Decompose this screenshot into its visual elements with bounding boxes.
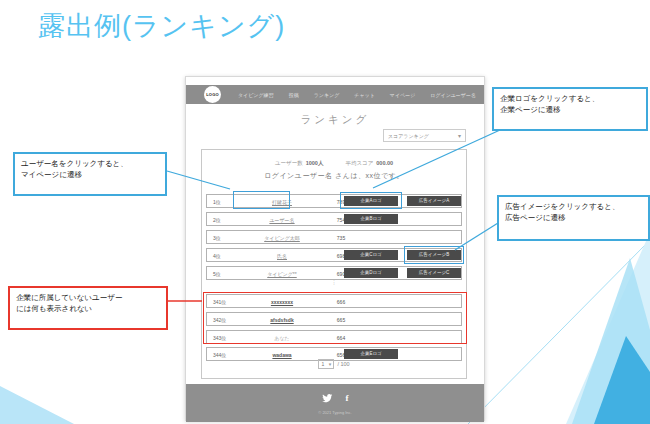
table-row: 343位 あなた 664 (206, 330, 462, 344)
company-logo-button[interactable]: 企業Cロゴ (344, 250, 398, 260)
nav-item-posts[interactable]: 投稿 (289, 92, 299, 98)
nav-item-ranking[interactable]: ランキング (314, 92, 340, 98)
twitter-icon[interactable] (322, 394, 333, 403)
callout-username: ユーザー名をクリックすると、 マイページに遷移 (13, 152, 167, 196)
username-link[interactable]: afsdsfsdk (242, 317, 322, 323)
rank-cell: 342位 (213, 317, 226, 323)
username-link[interactable]: タイピング太郎 (242, 235, 322, 241)
site-logo[interactable]: LOGO (204, 86, 221, 103)
ranking-stats: ユーザー数1000人平均スコア000.00 (202, 160, 466, 167)
main-nav: タイピング練習 投稿 ランキング チャット マイページ ログインユーザー名 (238, 85, 476, 104)
users-label: ユーザー数 (275, 160, 303, 166)
rank-cell: 3位 (213, 235, 221, 241)
rows-ellipsis: ⋮ (202, 279, 466, 285)
users-value: 1000人 (306, 160, 324, 166)
diagonal-line (468, 240, 650, 424)
callout-company-logo: 企業ロゴをクリックすると、 企業ページに遷移 (492, 87, 648, 131)
ranking-type-value: スコアランキング (388, 133, 429, 139)
social-links: f (186, 393, 484, 403)
company-logo-button[interactable]: 企業Aロゴ (344, 196, 398, 206)
light-triangle (572, 258, 650, 424)
ad-image-button[interactable]: 広告イメージB (407, 250, 461, 260)
facebook-icon[interactable]: f (346, 393, 349, 403)
ranking-page-mockup: LOGO タイピング練習 投稿 ランキング チャット マイページ ログインユーザ… (185, 76, 485, 421)
table-row: 4位 氏名 698 企業Cロゴ 広告イメージB (206, 248, 462, 262)
pale-triangle (566, 232, 650, 424)
table-row: 341位 xxxxxxxx 666 (206, 294, 462, 308)
nav-item-login-user[interactable]: ログインユーザー名 (430, 92, 476, 98)
pagination: 1 ▾ / 100 (202, 359, 466, 369)
username-link[interactable]: 氏名 (242, 253, 322, 259)
score-cell: 735 (323, 235, 359, 241)
table-row: 342位 afsdsfsdk 665 (206, 312, 462, 326)
copyright-text: © 2021 Typing Inc. (186, 410, 484, 415)
chevron-down-icon: ▾ (458, 132, 461, 139)
username-link[interactable]: wadawa (242, 352, 322, 358)
rank-cell: 4位 (213, 253, 221, 259)
page-title: ランキング (186, 113, 484, 127)
username-link[interactable]: 打鍵花子 (242, 199, 322, 205)
nav-item-typing-practice[interactable]: タイピング練習 (238, 92, 274, 98)
score-cell: 664 (323, 335, 359, 341)
username-link[interactable]: xxxxxxxx (242, 299, 322, 305)
company-logo-button[interactable]: 企業Dロゴ (344, 268, 398, 278)
username-you: あなた (242, 335, 322, 341)
callout-no-company: 企業に所属していないユーザー には何も表示されない (8, 286, 168, 330)
username-link[interactable]: ユーザー名 (242, 217, 322, 223)
slide-title: 露出例(ランキング) (38, 8, 285, 44)
rank-cell: 343位 (213, 335, 226, 341)
rank-cell: 2位 (213, 217, 221, 223)
score-cell: 666 (323, 299, 359, 305)
nav-item-chat[interactable]: チャット (354, 92, 374, 98)
page-total: / 100 (337, 361, 349, 367)
company-logo-button[interactable]: 企業Bロゴ (344, 214, 398, 224)
rank-cell: 344位 (213, 352, 226, 358)
page-number: 1 (321, 361, 324, 367)
nav-item-mypage[interactable]: マイページ (390, 92, 415, 98)
chevron-down-icon: ▾ (329, 361, 332, 367)
avg-score-label: 平均スコア (345, 160, 373, 166)
ad-image-button[interactable]: 広告イメージC (407, 268, 461, 278)
rank-cell: 5位 (213, 271, 221, 277)
rank-cell: 1位 (213, 199, 221, 205)
table-row: 5位 タイピング** 690 企業Dロゴ 広告イメージC (206, 266, 462, 280)
ranking-panel: ユーザー数1000人平均スコア000.00 ログインユーザー名 さんは、xx位で… (201, 149, 467, 379)
callout-ad-image: 広告イメージをクリックすると、 広告ページに遷移 (497, 195, 650, 241)
company-logo-button[interactable]: 企業Eロゴ (344, 349, 398, 359)
table-row: 1位 打鍵花子 789 企業Aロゴ 広告イメージA (206, 194, 462, 208)
dark-triangle (594, 336, 650, 424)
table-row: 3位 タイピング太郎 735 (206, 230, 462, 244)
username-link[interactable]: タイピング** (242, 271, 322, 277)
table-row: 2位 ユーザー名 754 企業Bロゴ (206, 212, 462, 226)
page-select[interactable]: 1 ▾ (318, 359, 334, 369)
site-footer: f © 2021 Typing Inc. (186, 384, 484, 422)
score-cell: 665 (323, 317, 359, 323)
rank-cell: 341位 (213, 299, 226, 305)
ranking-type-select[interactable]: スコアランキング ▾ (383, 129, 466, 142)
avg-score-value: 000.00 (376, 160, 393, 166)
ad-image-button[interactable]: 広告イメージA (407, 196, 461, 206)
login-user-rank-message: ログインユーザー名 さんは、xx位です。 (202, 171, 466, 181)
bottom-left-triangle (0, 386, 74, 424)
site-header: LOGO タイピング練習 投稿 ランキング チャット マイページ ログインユーザ… (186, 85, 484, 104)
